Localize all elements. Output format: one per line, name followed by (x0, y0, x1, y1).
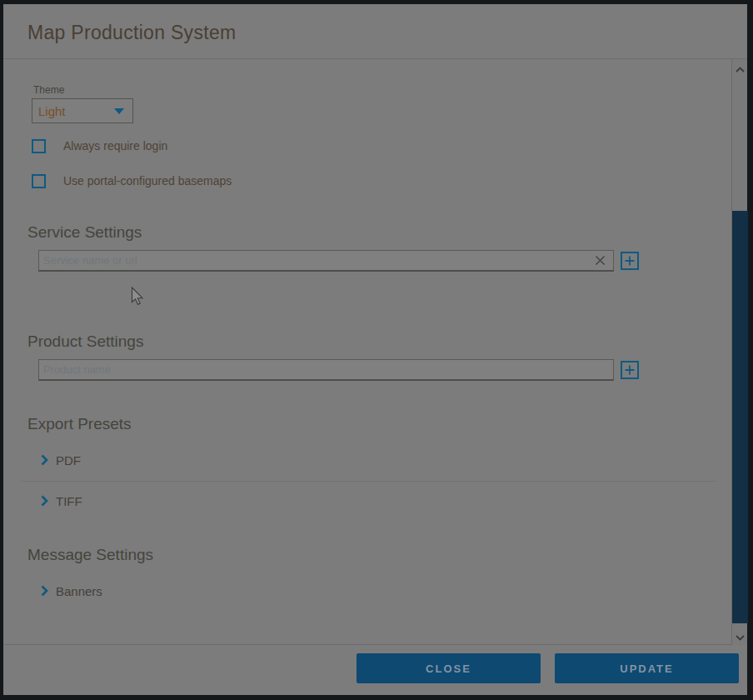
expandable-row-banners[interactable]: Banners (41, 582, 102, 599)
chevron-right-icon (41, 454, 48, 466)
scroll-down-icon[interactable] (732, 631, 747, 644)
header-divider (3, 58, 747, 59)
section-heading-export-presets: Export Presets (27, 415, 132, 433)
scroll-up-icon[interactable] (732, 62, 747, 76)
section-heading-message-settings: Message Settings (27, 546, 153, 564)
checkbox-unchecked[interactable] (32, 139, 46, 153)
theme-label: Theme (33, 84, 64, 96)
add-service-button[interactable] (621, 252, 639, 270)
section-heading-product-settings: Product Settings (27, 332, 143, 351)
chevron-right-icon (41, 495, 48, 507)
close-button[interactable]: CLOSE (357, 653, 541, 683)
theme-select-value: Light (38, 104, 114, 118)
chevron-right-icon (41, 585, 48, 597)
section-heading-service-settings: Service Settings (27, 223, 142, 242)
screen: Map Production System Theme Light Always… (0, 0, 753, 700)
scrollbar-thumb[interactable] (732, 211, 748, 623)
checkbox-label: Always require login (63, 139, 167, 152)
product-name-input[interactable] (38, 359, 614, 381)
service-name-input[interactable] (38, 250, 614, 272)
checkbox-unchecked[interactable] (32, 174, 46, 188)
dialog-title: Map Production System (27, 22, 236, 44)
footer-divider (3, 644, 747, 645)
checkbox-label: Use portal-configured basemaps (63, 174, 232, 188)
checkbox-row-portal-basemaps[interactable]: Use portal-configured basemaps (32, 173, 232, 188)
clear-icon[interactable] (594, 254, 606, 267)
theme-select[interactable]: Light (32, 98, 133, 123)
row-label: TIFF (56, 494, 82, 508)
row-divider (21, 481, 716, 482)
chevron-down-icon (114, 108, 124, 114)
expandable-row-tiff[interactable]: TIFF (41, 492, 82, 509)
update-button[interactable]: UPDATE (555, 653, 739, 683)
add-product-button[interactable] (621, 361, 639, 379)
plus-icon (625, 256, 635, 266)
checkbox-row-always-require-login[interactable]: Always require login (32, 138, 167, 153)
product-input-wrap (38, 359, 614, 381)
plus-icon (625, 365, 635, 375)
row-label: Banners (56, 584, 102, 598)
service-input-wrap (38, 250, 614, 272)
row-label: PDF (56, 453, 81, 468)
vertical-scrollbar[interactable] (731, 59, 747, 645)
expandable-row-pdf[interactable]: PDF (41, 452, 81, 468)
